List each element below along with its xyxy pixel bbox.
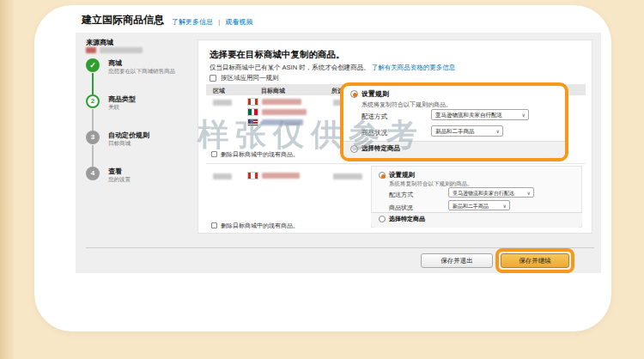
- delete-existing-label: 删除目标商城中的现有商品。: [221, 222, 299, 230]
- condition-label: 商品状况: [361, 129, 387, 137]
- delete-existing-label: 删除目标商城中的现有商品。: [221, 150, 299, 159]
- link-separator: |: [218, 18, 220, 26]
- source-marketplace-flag-redacted: [86, 47, 96, 53]
- flag-icon: [247, 98, 258, 106]
- delete-existing-checkbox[interactable]: [211, 151, 217, 157]
- section-description: 仅当目标商城中已有某个 ASIN 时，系统才会创建商品。 了解有关商品资格的更多…: [210, 64, 455, 72]
- step-4-sublabel: 您的设置: [108, 176, 192, 183]
- select-specific-label: 选择特定商品: [389, 215, 425, 223]
- condition-select[interactable]: 新品和二手商品 ∨: [431, 125, 503, 137]
- flag-icon: [247, 172, 258, 180]
- row-divider: [206, 163, 586, 164]
- select-specific-radio[interactable]: [379, 216, 386, 222]
- page-title: 建立国际商品信息: [82, 13, 164, 27]
- apply-rule-by-region-label: 按区域应用同一规则: [221, 74, 279, 82]
- set-rules-description: 系统将复制符合以下规则的商品。: [361, 100, 452, 109]
- chevron-down-icon: ∨: [527, 190, 531, 196]
- step-4-label: 查看: [108, 167, 192, 176]
- shipping-method-value: 亚马逊物流和卖家自行配送: [435, 112, 502, 118]
- flag-icon: [247, 108, 258, 116]
- step-connector: [92, 73, 94, 94]
- marketplace-name-redacted: [262, 173, 300, 179]
- condition-value: 新品和二手商品: [435, 128, 475, 134]
- region-value-redacted: [213, 100, 232, 106]
- watch-video-link[interactable]: 观看视频: [226, 18, 253, 26]
- condition-label: 商品状况: [389, 204, 413, 212]
- chevron-down-icon: ∨: [503, 203, 507, 209]
- step-3-number: 3: [86, 131, 100, 144]
- select-specific-radio[interactable]: [350, 145, 358, 153]
- marketplace-name-redacted: [262, 99, 301, 105]
- shipping-method-select[interactable]: 亚马逊物流和卖家自行配送 ∨: [431, 109, 529, 120]
- chevron-down-icon: ∨: [496, 128, 500, 134]
- set-rules-radio[interactable]: [350, 90, 358, 98]
- step-3-label: 自动定价规则: [108, 131, 192, 140]
- marketplace-name-redacted: [262, 119, 303, 125]
- shipping-method-label: 配送方式: [361, 113, 387, 121]
- step-1-sublabel: 您想要在以下商城销售商品: [108, 68, 192, 75]
- step-3-sublabel: 目标商城: [108, 140, 192, 147]
- chevron-down-icon: ∨: [522, 112, 526, 118]
- save-continue-button[interactable]: 保存并继续: [501, 253, 569, 268]
- set-rules-label: 设置规则: [361, 89, 389, 99]
- condition-value: 新品和二手商品: [453, 204, 489, 209]
- column-header-region: 区域: [213, 87, 225, 95]
- source-marketplace-value-redacted: [100, 47, 143, 53]
- set-rules-radio[interactable]: [379, 172, 386, 179]
- set-rules-label: 设置规则: [389, 171, 415, 180]
- flag-icon: [247, 119, 258, 126]
- column-header-target-marketplace: 目标商城: [261, 87, 285, 95]
- step-4-number: 4: [86, 167, 100, 180]
- shipping-method-value: 亚马逊物流和卖家自行配送: [453, 191, 514, 196]
- apply-rule-by-region-checkbox[interactable]: [210, 75, 216, 82]
- source-marketplace-label: 来源商城: [86, 38, 113, 47]
- shipping-method-label: 配送方式: [389, 191, 413, 199]
- select-specific-label: 选择特定商品: [361, 144, 400, 153]
- section-heading: 选择要在目标商城中复制的商品。: [210, 49, 345, 61]
- delete-existing-checkbox[interactable]: [211, 222, 217, 228]
- header-links: 了解更多信息 | 观看视频: [172, 17, 253, 27]
- shipping-method-select[interactable]: 亚马逊物流和卖家自行配送 ∨: [448, 187, 534, 198]
- step-2-sublabel: 关联: [108, 104, 192, 111]
- eligibility-link[interactable]: 了解有关商品资格的更多信息: [372, 64, 456, 71]
- step-1-label: 商城: [108, 58, 192, 68]
- save-exit-button[interactable]: 保存并退出: [421, 253, 493, 268]
- step-1-check-icon: ✓: [86, 58, 100, 72]
- step-2-number: 2: [86, 94, 100, 108]
- description-text: 仅当目标商城中已有某个 ASIN 时，系统才会创建商品。: [210, 64, 370, 71]
- step-connector: [92, 109, 94, 131]
- selected-products-redacted: [333, 173, 362, 180]
- condition-select[interactable]: 新品和二手商品 ∨: [448, 200, 510, 210]
- region-value-redacted: [213, 173, 232, 180]
- marketplace-name-redacted: [262, 109, 307, 115]
- step-connector: [92, 145, 94, 167]
- step-2-label: 商品类型: [108, 94, 192, 104]
- learn-more-link[interactable]: 了解更多信息: [172, 18, 213, 26]
- background-left-shade: [0, 0, 15, 359]
